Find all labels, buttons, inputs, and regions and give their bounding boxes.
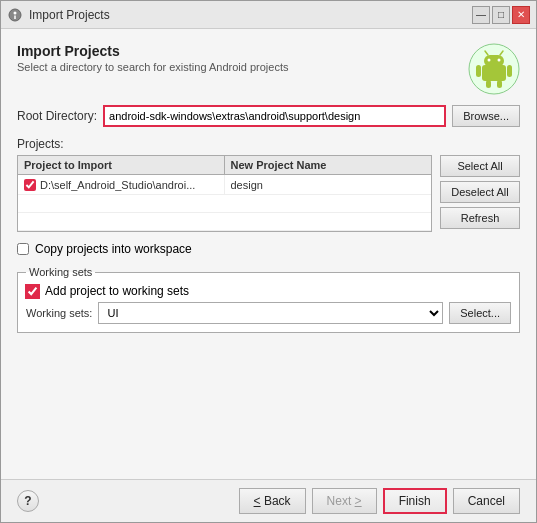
dialog-content: Import Projects Select a directory to se… (1, 29, 536, 479)
header-row: Import Projects Select a directory to se… (17, 43, 520, 95)
svg-point-1 (14, 11, 17, 14)
minimize-button[interactable]: — (472, 6, 490, 24)
ws-add-label: Add project to working sets (45, 284, 189, 298)
copy-label: Copy projects into workspace (35, 242, 192, 256)
next-label: Next (327, 494, 355, 508)
projects-label: Projects: (17, 137, 520, 151)
window-controls: — □ ✕ (472, 6, 530, 24)
copy-row: Copy projects into workspace (17, 242, 520, 256)
svg-rect-11 (507, 65, 512, 77)
close-button[interactable]: ✕ (512, 6, 530, 24)
projects-section: Projects: Project to Import New Project … (17, 137, 520, 232)
root-dir-row: Root Directory: Browse... (17, 105, 520, 127)
svg-point-6 (488, 59, 491, 62)
col-project-import: Project to Import (18, 156, 225, 174)
working-sets-fieldset: Working sets Add project to working sets… (17, 266, 520, 333)
svg-rect-10 (476, 65, 481, 77)
next-button[interactable]: Next > (312, 488, 377, 514)
select-all-button[interactable]: Select All (440, 155, 520, 177)
svg-point-0 (9, 9, 21, 21)
back-button[interactable]: < Back (239, 488, 306, 514)
dialog-title: Import Projects (17, 43, 288, 59)
android-logo (468, 43, 520, 95)
copy-checkbox[interactable] (17, 243, 29, 255)
window-title: Import Projects (29, 8, 472, 22)
project-checkbox[interactable] (24, 179, 36, 191)
finish-button[interactable]: Finish (383, 488, 447, 514)
svg-rect-4 (482, 65, 506, 81)
dialog-subtitle: Select a directory to search for existin… (17, 61, 288, 73)
project-import-cell: D:\self_Android_Studio\androi... (18, 175, 225, 194)
table-row: D:\self_Android_Studio\androi... design (18, 175, 431, 195)
project-name: D:\self_Android_Studio\androi... (40, 179, 195, 191)
footer-buttons: < Back Next > Finish Cancel (239, 488, 520, 514)
empty-row-1 (18, 195, 431, 213)
col-new-project-name: New Project Name (225, 156, 432, 174)
ws-select-button[interactable]: Select... (449, 302, 511, 324)
ws-add-checkbox[interactable] (26, 285, 39, 298)
projects-table: Project to Import New Project Name D:\se… (17, 155, 432, 232)
deselect-all-button[interactable]: Deselect All (440, 181, 520, 203)
projects-container: Project to Import New Project Name D:\se… (17, 155, 520, 232)
working-sets-legend: Working sets (26, 266, 95, 278)
svg-rect-12 (486, 80, 491, 88)
svg-point-7 (498, 59, 501, 62)
help-button[interactable]: ? (17, 490, 39, 512)
refresh-button[interactable]: Refresh (440, 207, 520, 229)
empty-row-2 (18, 213, 431, 231)
ws-add-row: Add project to working sets (26, 284, 511, 298)
ws-select[interactable]: UI (98, 302, 443, 324)
new-project-name-cell: design (225, 175, 432, 194)
footer: ? < Back Next > Finish Cancel (1, 479, 536, 522)
ws-row: Working sets: UI Select... (26, 302, 511, 324)
table-header: Project to Import New Project Name (18, 156, 431, 175)
back-label: Back (261, 494, 291, 508)
maximize-button[interactable]: □ (492, 6, 510, 24)
root-dir-label: Root Directory: (17, 109, 97, 123)
footer-left: ? (17, 490, 239, 512)
svg-rect-5 (484, 55, 504, 67)
browse-button[interactable]: Browse... (452, 105, 520, 127)
header-text: Import Projects Select a directory to se… (17, 43, 288, 73)
svg-rect-13 (497, 80, 502, 88)
titlebar: Import Projects — □ ✕ (1, 1, 536, 29)
side-buttons: Select All Deselect All Refresh (440, 155, 520, 229)
window-icon (7, 7, 23, 23)
cancel-button[interactable]: Cancel (453, 488, 520, 514)
ws-label: Working sets: (26, 307, 92, 319)
new-project-name: design (231, 179, 263, 191)
import-projects-window: Import Projects — □ ✕ Import Projects Se… (0, 0, 537, 523)
root-dir-input[interactable] (103, 105, 446, 127)
